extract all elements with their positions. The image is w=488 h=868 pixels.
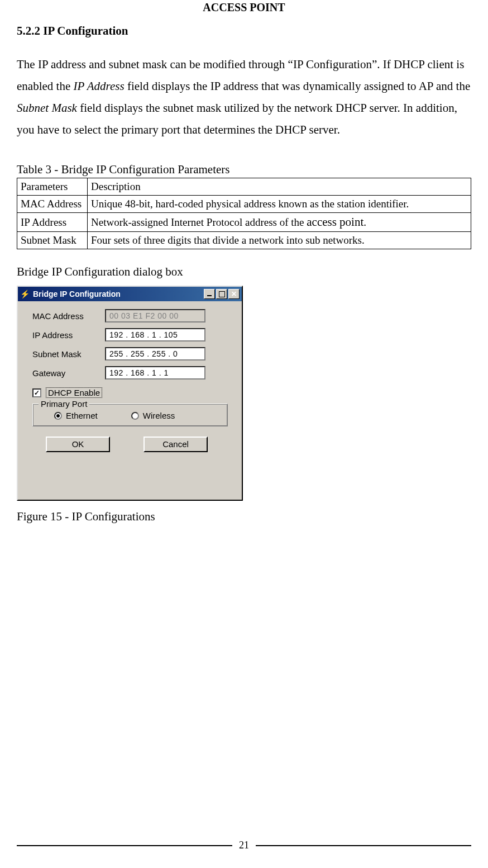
intro-paragraph: The IP address and subnet mask can be mo… (17, 54, 471, 140)
table-row: MAC Address Unique 48-bit, hard-coded ph… (17, 196, 471, 213)
dhcp-enable-row: ✓ DHCP Enable (32, 387, 231, 398)
table-row: Subnet Mask Four sets of three digits th… (17, 232, 471, 249)
primary-port-radio-row: Ethernet Wireless (41, 411, 219, 420)
dialog-button-row: OK Cancel (32, 437, 231, 452)
parameters-table: Parameters Description MAC Address Uniqu… (17, 178, 471, 249)
table-cell-desc: Four sets of three digits that divide a … (88, 232, 471, 249)
gateway-label: Gateway (32, 368, 105, 378)
radio-wireless-label: Wireless (143, 411, 175, 420)
table-cell-param: Subnet Mask (17, 232, 88, 249)
dhcp-enable-checkbox[interactable]: ✓ (32, 388, 41, 397)
cancel-button[interactable]: Cancel (143, 437, 208, 452)
page-number: 21 (239, 839, 249, 851)
para-text: field displays the IP address that was d… (125, 79, 471, 93)
table-cell-param: MAC Address (17, 196, 88, 213)
ip-address-label: IP Address (32, 330, 105, 340)
subnet-mask-field[interactable]: 255 . 255 . 255 . 0 (105, 347, 205, 361)
bridge-ip-dialog: ⚡ Bridge IP Configuration ✕ MAC Address … (17, 286, 243, 501)
primary-port-group: Primary Port Ethernet Wireless (32, 404, 228, 426)
table-cell-text: . (363, 216, 366, 228)
dialog-body: MAC Address 00 03 E1 F2 00 00 IP Address… (18, 301, 242, 457)
table-row: Parameters Description (17, 178, 471, 196)
table-header-cell: Parameters (17, 178, 88, 196)
dialog-title: Bridge IP Configuration (33, 290, 203, 298)
para-text: field displays the subnet mask utilized … (17, 101, 457, 136)
para-italic-ip: IP Address (73, 79, 124, 93)
maximize-button[interactable] (216, 289, 227, 299)
ok-button[interactable]: OK (46, 437, 110, 452)
field-row-mac: MAC Address 00 03 E1 F2 00 00 (32, 309, 231, 322)
radio-ethernet[interactable]: Ethernet (54, 411, 98, 420)
mac-address-label: MAC Address (32, 311, 105, 321)
gateway-field[interactable]: 192 . 168 . 1 . 1 (105, 366, 205, 380)
field-row-gateway: Gateway 192 . 168 . 1 . 1 (32, 366, 231, 380)
footer-rule-right (256, 845, 471, 846)
para-italic-subnet: Subnet Mask (17, 101, 77, 115)
page-footer: 21 (0, 839, 488, 851)
mac-address-field: 00 03 E1 F2 00 00 (105, 309, 205, 322)
table-caption: Table 3 - Bridge IP Configuration Parame… (17, 163, 471, 177)
dialog-titlebar[interactable]: ⚡ Bridge IP Configuration ✕ (18, 287, 242, 301)
table-header-cell: Description (88, 178, 471, 196)
table-row: IP Address Network-assigned Internet Pro… (17, 213, 471, 232)
radio-dot-icon (131, 412, 139, 420)
subnet-mask-label: Subnet Mask (32, 349, 105, 359)
field-row-subnet: Subnet Mask 255 . 255 . 255 . 0 (32, 347, 231, 361)
radio-dot-icon (54, 412, 62, 420)
dialog-top-caption: Bridge IP Configuration dialog box (17, 265, 471, 279)
field-row-ip: IP Address 192 . 168 . 1 . 105 (32, 328, 231, 341)
table-cell-text: Network-assigned Internet Protocol addre… (91, 216, 307, 228)
table-cell-param: IP Address (17, 213, 88, 232)
document-header: ACCESS POINT (17, 0, 471, 24)
figure-caption: Figure 15 - IP Configurations (17, 510, 471, 524)
close-button[interactable]: ✕ (228, 289, 240, 299)
bolt-icon: ⚡ (20, 290, 30, 298)
radio-ethernet-label: Ethernet (66, 411, 98, 420)
dhcp-enable-label[interactable]: DHCP Enable (46, 387, 102, 398)
radio-wireless[interactable]: Wireless (131, 411, 175, 420)
section-heading: 5.2.2 IP Configuration (17, 24, 471, 38)
footer-rule-left (17, 845, 232, 846)
table-cell-desc: Network-assigned Internet Protocol addre… (88, 213, 471, 232)
table-cell-desc: Unique 48-bit, hard-coded physical addre… (88, 196, 471, 213)
minimize-button[interactable] (204, 289, 215, 299)
ip-address-field[interactable]: 192 . 168 . 1 . 105 (105, 328, 205, 341)
table-cell-text-large: access point (307, 215, 363, 229)
primary-port-legend: Primary Port (39, 399, 89, 409)
